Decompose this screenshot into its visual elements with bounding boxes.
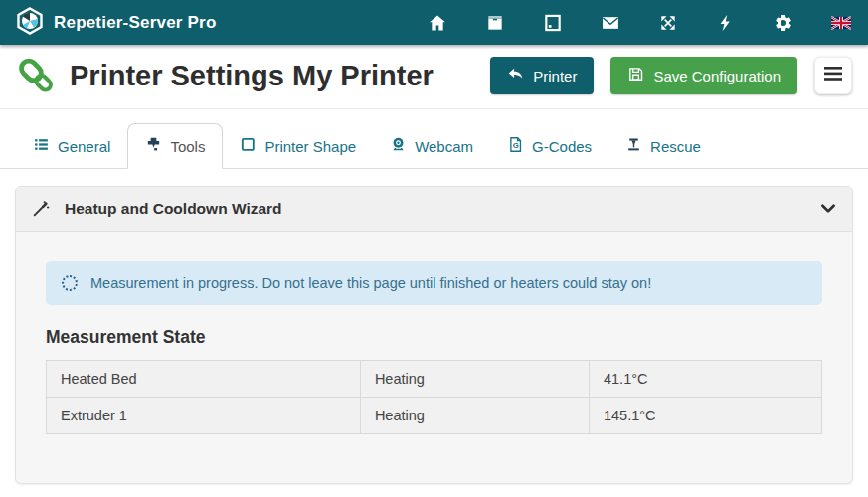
tab-gcodes[interactable]: G G-Codes	[490, 124, 608, 168]
fullscreen-icon[interactable]	[657, 12, 679, 34]
state-cell: Heating	[360, 398, 589, 434]
header-buttons: Printer Save Configuration	[490, 57, 852, 94]
panel-header[interactable]: Heatup and Cooldown Wizard	[16, 187, 852, 232]
panel-title: Heatup and Cooldown Wizard	[65, 200, 805, 218]
extruder-icon	[145, 136, 162, 156]
gcode-file-icon: G	[507, 136, 524, 156]
list-icon	[33, 136, 50, 156]
rescue-icon	[625, 136, 642, 156]
measurement-alert: Measurement in progress. Do not leave th…	[46, 261, 822, 305]
hamburger-icon	[824, 67, 842, 84]
webcam-icon	[390, 136, 407, 156]
brand[interactable]: Repetier-Server Pro	[16, 7, 216, 39]
temp-cell: 41.1°C	[589, 361, 821, 398]
save-floppy-icon	[627, 66, 644, 85]
chevron-down-icon[interactable]	[820, 201, 836, 217]
measurement-state-table: Heated Bed Heating 41.1°C Extruder 1 Hea…	[46, 360, 822, 434]
power-icon[interactable]	[715, 12, 737, 34]
svg-text:G: G	[513, 141, 519, 150]
save-configuration-button[interactable]: Save Configuration	[610, 57, 797, 94]
language-flag-icon[interactable]	[830, 12, 852, 34]
tab-tools[interactable]: Tools	[127, 123, 223, 169]
table-row: Heated Bed Heating 41.1°C	[47, 361, 822, 398]
heatup-wizard-panel: Heatup and Cooldown Wizard Measurement i…	[15, 186, 853, 484]
state-cell: Heating	[360, 361, 589, 398]
alert-text: Measurement in progress. Do not leave th…	[90, 275, 651, 291]
tab-printer-shape[interactable]: Printer Shape	[223, 124, 373, 168]
chain-link-icon	[16, 55, 58, 96]
temp-cell: 145.1°C	[589, 398, 821, 434]
app-title: Repetier-Server Pro	[54, 13, 216, 33]
printer-back-button[interactable]: Printer	[490, 57, 594, 94]
panel-body: Measurement in progress. Do not leave th…	[16, 232, 852, 434]
home-icon[interactable]	[427, 12, 448, 34]
settings-tabs: General Tools Printer Shape Webcam G G-C…	[0, 109, 868, 169]
messages-icon[interactable]	[600, 12, 621, 34]
page-header: Printer Settings My Printer Printer Save…	[0, 45, 868, 109]
settings-gear-icon[interactable]	[773, 12, 794, 34]
page-title: Printer Settings My Printer	[70, 60, 490, 92]
measurement-state-heading: Measurement State	[46, 327, 822, 348]
print-queue-icon[interactable]	[542, 12, 564, 34]
tab-general[interactable]: General	[16, 124, 127, 168]
menu-button[interactable]	[814, 57, 852, 94]
tab-webcam[interactable]: Webcam	[373, 124, 490, 168]
printer-icon[interactable]	[484, 12, 506, 34]
repetier-logo-icon	[16, 7, 44, 39]
device-cell: Extruder 1	[47, 398, 361, 434]
spinner-icon	[62, 275, 78, 291]
back-arrow-icon	[507, 66, 524, 85]
top-navbar: Repetier-Server Pro	[0, 0, 868, 45]
tab-rescue[interactable]: Rescue	[608, 124, 718, 168]
device-cell: Heated Bed	[47, 361, 361, 398]
table-row: Extruder 1 Heating 145.1°C	[47, 398, 822, 434]
navbar-icons	[427, 12, 852, 34]
square-icon	[240, 136, 257, 156]
wand-icon	[32, 200, 50, 218]
